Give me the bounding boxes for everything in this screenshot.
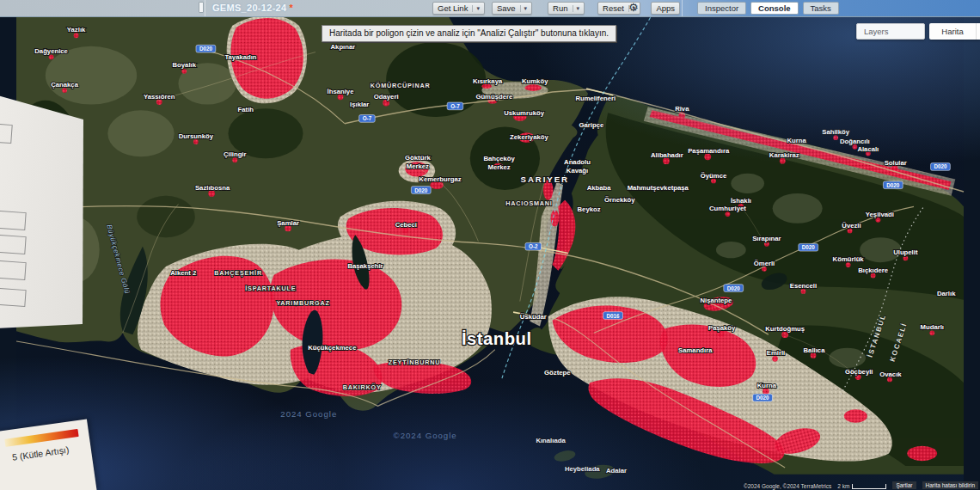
map-label: Garipçe xyxy=(579,121,604,129)
map-label: BAKIRKÖY xyxy=(343,383,382,391)
svg-text:O-7: O-7 xyxy=(450,103,460,109)
map-label: Akbaba xyxy=(587,184,612,192)
map-label: Emirli xyxy=(767,349,785,357)
map-label: Nişantepe xyxy=(700,297,732,304)
panel-divider-handle[interactable] xyxy=(199,2,204,13)
map-label: Beykoz xyxy=(578,205,601,213)
map-label: Kurna xyxy=(787,137,807,144)
copyright-text: ©2024 Google, ©2024 TerraMetrics xyxy=(744,483,831,489)
map-label: Sırapınar xyxy=(752,235,781,242)
map-label: Dursunköy xyxy=(179,132,214,140)
map-label: Tayakadın xyxy=(224,53,256,61)
save-button[interactable]: Save▾ xyxy=(492,2,532,15)
svg-text:D020: D020 xyxy=(756,395,769,401)
map-label: Kavağı xyxy=(567,167,588,175)
divider xyxy=(205,0,205,16)
map-instruction-tooltip: Haritada bir poligon çizin ve analiz içi… xyxy=(322,25,616,42)
map-label: 2024 Google xyxy=(280,409,337,419)
svg-text:O-2: O-2 xyxy=(529,243,538,249)
unsaved-marker: * xyxy=(289,3,293,13)
map-label: Üsküdar xyxy=(520,313,547,321)
map-label: YARIMBURGAZ xyxy=(276,299,329,307)
apps-button[interactable]: Apps xyxy=(651,2,680,15)
panel-field-3[interactable] xyxy=(0,235,27,254)
get-link-button[interactable]: Get Link▾ xyxy=(432,2,485,15)
map-label: Kınalıada xyxy=(536,437,566,444)
script-title[interactable]: GEMS_20-12-24* xyxy=(212,3,293,13)
map-label: Esenceli xyxy=(790,282,817,290)
screen: D020O-7O-7D020O-2D016D020D020D020D020D02… xyxy=(0,0,980,490)
road-badge: D020 xyxy=(724,285,744,292)
map-label: Kurna xyxy=(757,382,777,389)
road-badge: O-7 xyxy=(447,102,463,110)
map-type-map-button[interactable]: Harita xyxy=(929,23,976,40)
map-label: BAHÇEŞEHİR xyxy=(214,269,262,277)
map-label: Göçbeyli xyxy=(845,368,873,376)
map-label: Şamlar xyxy=(277,219,299,227)
map-label: Merkez xyxy=(407,162,429,170)
map-label: Riva xyxy=(675,105,689,113)
button-label: Get Link xyxy=(438,3,468,13)
map-label: Ömerli xyxy=(754,260,775,267)
map-canvas[interactable]: D020O-7O-7D020O-2D016D020D020D020D020D02… xyxy=(0,16,980,490)
legend-panel: 5 (Kütle Artışı) xyxy=(0,419,97,490)
scale-control: 2 km xyxy=(837,483,886,489)
map-label: Kemerburgaz xyxy=(419,175,461,183)
map-label: Bıçkıdere xyxy=(858,266,888,274)
map-label: Paşamandıra xyxy=(688,148,730,156)
panel-field-2[interactable] xyxy=(0,211,27,230)
console-tabs: InspectorConsoleTasks xyxy=(693,2,839,15)
tab-console[interactable]: Console xyxy=(750,2,798,15)
map-label: ZEYTİNBURNU xyxy=(389,358,440,366)
road-badge: D020 xyxy=(753,394,773,401)
map-label: Uskumruköy xyxy=(504,109,544,117)
tab-inspector[interactable]: Inspector xyxy=(697,2,746,15)
map-label: Örnekköy xyxy=(604,196,635,204)
map-label: İhsaniye xyxy=(328,88,355,95)
map-label: Sazlıbosna xyxy=(195,184,230,192)
divider xyxy=(682,0,683,16)
settings-gear-icon[interactable]: ⚙ xyxy=(628,1,639,14)
panel-field-5[interactable] xyxy=(0,288,27,307)
road-badge: D016 xyxy=(603,312,623,320)
map-label: Adalar xyxy=(606,467,627,475)
svg-text:D020: D020 xyxy=(934,163,946,169)
scale-label: 2 km xyxy=(837,483,849,489)
map-label: Mudarlı xyxy=(921,323,944,331)
map-label: Küçükçekmece xyxy=(308,344,357,352)
run-button[interactable]: Run▾ xyxy=(548,2,585,15)
map-label: Göztepe xyxy=(544,369,571,377)
road-badge: D020 xyxy=(931,163,951,171)
map-label: Üvezli xyxy=(842,222,861,230)
svg-text:D016: D016 xyxy=(607,313,620,319)
dropdown-arrow-icon[interactable]: ▾ xyxy=(573,5,580,12)
map-type-satellite-button[interactable]: Uydu xyxy=(977,23,980,40)
map-label: Çilingir xyxy=(224,150,247,158)
map-label: Odayeri xyxy=(374,93,399,101)
map-label: Yazlık xyxy=(67,26,86,34)
map-label: İstanbul xyxy=(462,329,532,348)
map-label: ©2024 Google xyxy=(394,431,457,440)
road-badge: D020 xyxy=(799,243,818,251)
tab-tasks[interactable]: Tasks xyxy=(803,2,839,15)
map-viewport[interactable]: D020O-7O-7D020O-2D016D020D020D020D020D02… xyxy=(0,16,980,490)
legend-label: 5 (Kütle Artışı) xyxy=(11,442,84,462)
map-label: Kurtdoğmuş xyxy=(765,325,805,333)
layers-button[interactable]: Layers xyxy=(856,23,925,40)
map-label: Doğancılı xyxy=(840,138,870,145)
map-label: Alacalı xyxy=(857,145,879,153)
dropdown-arrow-icon[interactable]: ▾ xyxy=(472,5,480,12)
report-map-error-link[interactable]: Harita hatası bildirin xyxy=(922,481,978,489)
dropdown-arrow-icon[interactable]: ▾ xyxy=(520,5,528,12)
panel-field-4[interactable] xyxy=(0,260,27,280)
map-label: Göktürk xyxy=(405,154,431,162)
map-label: Karakiraz xyxy=(769,151,799,159)
map-label: Samandıra xyxy=(678,347,713,355)
button-label: Save xyxy=(497,3,516,13)
road-badge: D020 xyxy=(411,187,431,194)
map-label: Dağyenice xyxy=(34,48,68,56)
road-badge: O-7 xyxy=(359,115,376,123)
terms-link[interactable]: Şartlar xyxy=(892,481,916,489)
panel-field-1[interactable] xyxy=(0,123,13,144)
svg-text:D020: D020 xyxy=(199,46,212,52)
